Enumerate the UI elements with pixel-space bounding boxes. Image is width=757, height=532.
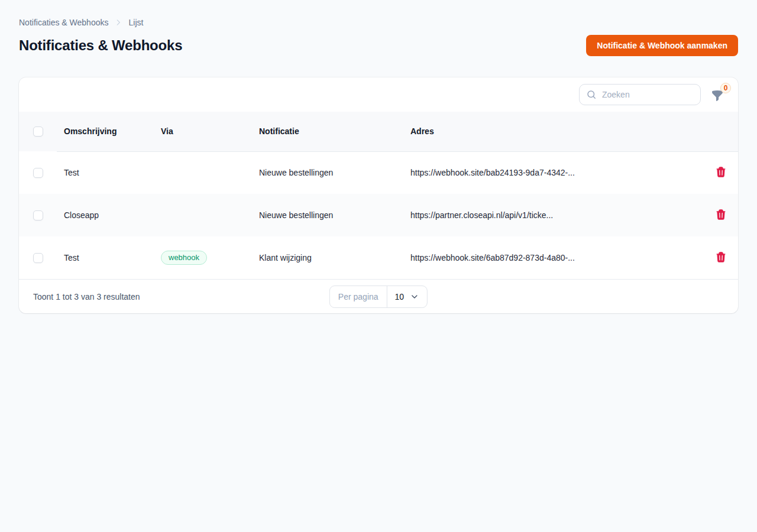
- breadcrumb: Notificaties & Webhooks Lijst: [19, 18, 738, 27]
- table-row: Closeapp Nieuwe bestellingen https://par…: [19, 194, 738, 236]
- delete-button[interactable]: [715, 166, 727, 178]
- cell-adres[interactable]: https://webhook.site/6ab87d92-873d-4a80-…: [403, 236, 704, 279]
- column-header-actions: [704, 112, 738, 151]
- delete-button[interactable]: [715, 209, 727, 220]
- column-header-omschrijving: Omschrijving: [57, 112, 154, 151]
- cell-adres[interactable]: https://partner.closeapi.nl/api/v1/ticke…: [403, 194, 704, 236]
- records-table: Omschrijving Via Notificatie Adres Test …: [19, 112, 738, 279]
- per-page-select: Per pagina 10: [329, 286, 428, 308]
- row-checkbox[interactable]: [33, 210, 43, 220]
- table-row: Test webhook Klant wijziging https://web…: [19, 236, 738, 279]
- table-card: 0 Omschrijving Via Notificatie Adres: [19, 77, 738, 313]
- trash-icon: [715, 256, 727, 265]
- per-page-label: Per pagina: [330, 286, 387, 307]
- cell-notificatie[interactable]: Nieuwe bestellingen: [252, 194, 403, 236]
- row-checkbox[interactable]: [33, 168, 43, 178]
- per-page-value[interactable]: 10: [387, 286, 428, 307]
- chevron-right-icon: [114, 18, 122, 27]
- filter-wrap: 0: [711, 89, 724, 102]
- row-checkbox[interactable]: [33, 253, 43, 263]
- per-page-current: 10: [395, 292, 405, 301]
- column-header-adres: Adres: [403, 112, 704, 151]
- table-footer: Toont 1 tot 3 van 3 resultaten Per pagin…: [19, 279, 738, 313]
- cell-via: webhook: [154, 236, 252, 279]
- cell-notificatie[interactable]: Nieuwe bestellingen: [252, 151, 403, 194]
- select-all-checkbox[interactable]: [33, 126, 43, 137]
- via-badge: webhook: [161, 251, 207, 265]
- search-input[interactable]: [579, 84, 701, 105]
- table-toolbar: 0: [19, 77, 738, 112]
- breadcrumb-item-notificaties[interactable]: Notificaties & Webhooks: [19, 18, 108, 27]
- chevron-down-icon: [410, 292, 419, 301]
- title-row: Notificaties & Webhooks Notificatie & We…: [19, 35, 738, 56]
- cell-omschrijving[interactable]: Test: [57, 236, 154, 279]
- cell-omschrijving[interactable]: Closeapp: [57, 194, 154, 236]
- results-summary: Toont 1 tot 3 van 3 resultaten: [33, 292, 140, 301]
- breadcrumb-item-lijst: Lijst: [128, 18, 143, 27]
- search-wrap: [579, 84, 701, 105]
- cell-notificatie[interactable]: Klant wijziging: [252, 236, 403, 279]
- cell-omschrijving[interactable]: Test: [57, 151, 154, 194]
- trash-icon: [715, 171, 727, 180]
- create-notification-button[interactable]: Notificatie & Webhook aanmaken: [586, 35, 738, 56]
- filter-count-badge: 0: [720, 83, 731, 93]
- column-header-via: Via: [154, 112, 252, 151]
- page-title: Notificaties & Webhooks: [19, 37, 182, 54]
- delete-button[interactable]: [715, 251, 727, 263]
- cell-via: [154, 194, 252, 236]
- cell-via: [154, 151, 252, 194]
- column-header-notificatie: Notificatie: [252, 112, 403, 151]
- table-row: Test Nieuwe bestellingen https://webhook…: [19, 151, 738, 194]
- page-content: Notificaties & Webhooks Lijst Notificati…: [0, 0, 757, 313]
- trash-icon: [715, 213, 727, 222]
- funnel-icon: [711, 95, 724, 104]
- cell-adres[interactable]: https://webhook.site/bab24193-9da7-4342-…: [403, 151, 704, 194]
- table-header-row: Omschrijving Via Notificatie Adres: [19, 112, 738, 151]
